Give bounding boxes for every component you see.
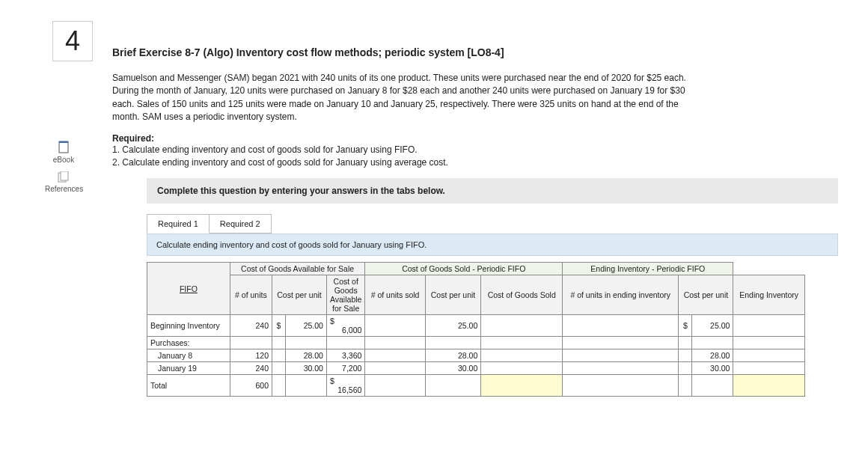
table-row: Beginning Inventory 240 $ 25.00 $ 6,000 … xyxy=(147,315,805,337)
table-row: Purchases: xyxy=(147,337,805,349)
cell-total-avail[interactable]: 16,560 xyxy=(337,385,361,394)
table-row: January 19 240 30.00 7,200 30.00 30.00 xyxy=(147,362,805,375)
cell-jan19-sold-costper[interactable]: 30.00 xyxy=(425,362,481,375)
dollar-sign: $ xyxy=(272,315,285,337)
cell-beg-costper[interactable]: 25.00 xyxy=(285,315,326,337)
svg-rect-3 xyxy=(61,171,68,180)
dollar-sign: $ xyxy=(679,315,692,337)
col-cogs: Cost of Goods Sold xyxy=(481,275,563,315)
sidebar-item-references[interactable]: References xyxy=(45,171,82,193)
tab-required-2[interactable]: Required 2 xyxy=(210,214,272,233)
group-header-ending: Ending Inventory - Periodic FIFO xyxy=(563,263,733,275)
svg-rect-1 xyxy=(59,141,68,143)
references-icon xyxy=(58,171,70,183)
col-costper-sold: Cost per unit xyxy=(425,275,481,315)
cell-jan19-costper[interactable]: 30.00 xyxy=(285,362,326,375)
group-header-available: Cost of Goods Available for Sale xyxy=(230,263,365,275)
fifo-table: FIFO Cost of Goods Available for Sale Co… xyxy=(147,262,805,397)
cell-jan8-cogs[interactable] xyxy=(481,349,563,362)
svg-rect-0 xyxy=(59,141,68,153)
table-row: January 8 120 28.00 3,360 28.00 28.00 xyxy=(147,349,805,362)
row-label-beginning: Beginning Inventory xyxy=(147,315,230,337)
sub-instruction: Calculate ending inventory and cost of g… xyxy=(147,233,838,256)
cell-beg-units[interactable]: 240 xyxy=(230,315,272,337)
cell-jan8-units[interactable]: 120 xyxy=(230,349,272,362)
tab-required-1[interactable]: Required 1 xyxy=(147,214,210,233)
exercise-title: Brief Exercise 8-7 (Algo) Inventory cost… xyxy=(112,46,838,58)
sidebar-item-ebook[interactable]: eBook xyxy=(45,141,82,164)
row-label-jan19: January 19 xyxy=(147,362,230,375)
col-costper-end: Cost per unit xyxy=(679,275,733,315)
cell-jan19-units[interactable]: 240 xyxy=(230,362,272,375)
sidebar: eBook References xyxy=(45,141,82,201)
group-header-cogs: Cost of Goods Sold - Periodic FIFO xyxy=(365,263,563,275)
cell-total-endinv[interactable] xyxy=(733,375,805,397)
question-number: 4 xyxy=(65,25,80,57)
book-icon xyxy=(58,141,70,154)
problem-text: Samuelson and Messenger (SAM) began 2021… xyxy=(112,72,696,124)
required-item-1: 1. Calculate ending inventory and cost o… xyxy=(112,144,838,156)
cell-jan8-end-costper[interactable]: 28.00 xyxy=(692,349,733,362)
cell-jan19-endinv[interactable] xyxy=(733,362,805,375)
cell-jan19-units-end[interactable] xyxy=(563,362,679,375)
question-number-box: 4 xyxy=(52,21,93,61)
col-cogas: Cost of Goods Available for Sale xyxy=(326,275,364,315)
cell-beg-end-costper[interactable]: 25.00 xyxy=(692,315,733,337)
row-label-purchases: Purchases: xyxy=(147,337,230,349)
row-label-total: Total xyxy=(147,375,230,397)
cell-jan19-units-sold[interactable] xyxy=(365,362,425,375)
cell-jan8-units-sold[interactable] xyxy=(365,349,425,362)
cell-beg-sold-costper[interactable]: 25.00 xyxy=(425,315,481,337)
cell-total-units-sold[interactable] xyxy=(365,375,425,397)
cell-jan8-sold-costper[interactable]: 28.00 xyxy=(425,349,481,362)
cell-total-units[interactable]: 600 xyxy=(230,375,272,397)
cell-beg-cogs[interactable] xyxy=(481,315,563,337)
sidebar-label-ebook: eBook xyxy=(53,156,74,164)
required-label: Required: xyxy=(112,133,838,144)
col-units-avail: # of units xyxy=(230,275,272,315)
required-item-2: 2. Calculate ending inventory and cost o… xyxy=(112,156,838,169)
method-label: FIFO xyxy=(147,263,230,315)
cell-jan8-costper[interactable]: 28.00 xyxy=(285,349,326,362)
col-ending-inv: Ending Inventory xyxy=(733,275,805,315)
cell-total-units-end[interactable] xyxy=(563,375,679,397)
cell-jan19-avail[interactable]: 7,200 xyxy=(326,362,364,375)
row-label-jan8: January 8 xyxy=(147,349,230,362)
cell-beg-endinv[interactable] xyxy=(733,315,805,337)
table-row: Total 600 $ 16,560 xyxy=(147,375,805,397)
cell-jan8-endinv[interactable] xyxy=(733,349,805,362)
cell-beg-avail[interactable]: 6,000 xyxy=(342,326,361,335)
cell-jan19-cogs[interactable] xyxy=(481,362,563,375)
cell-jan8-units-end[interactable] xyxy=(563,349,679,362)
cell-total-cogs[interactable] xyxy=(481,375,563,397)
instruction-bar: Complete this question by entering your … xyxy=(147,178,838,204)
cell-beg-units-sold[interactable] xyxy=(365,315,425,337)
sidebar-label-references: References xyxy=(45,185,83,193)
cell-jan8-avail[interactable]: 3,360 xyxy=(326,349,364,362)
col-units-sold: # of units sold xyxy=(365,275,425,315)
cell-beg-units-end[interactable] xyxy=(563,315,679,337)
col-costper-avail: Cost per unit xyxy=(272,275,326,315)
cell-jan19-end-costper[interactable]: 30.00 xyxy=(692,362,733,375)
tab-row: Required 1 Required 2 xyxy=(147,214,838,233)
col-units-end: # of units in ending inventory xyxy=(563,275,679,315)
